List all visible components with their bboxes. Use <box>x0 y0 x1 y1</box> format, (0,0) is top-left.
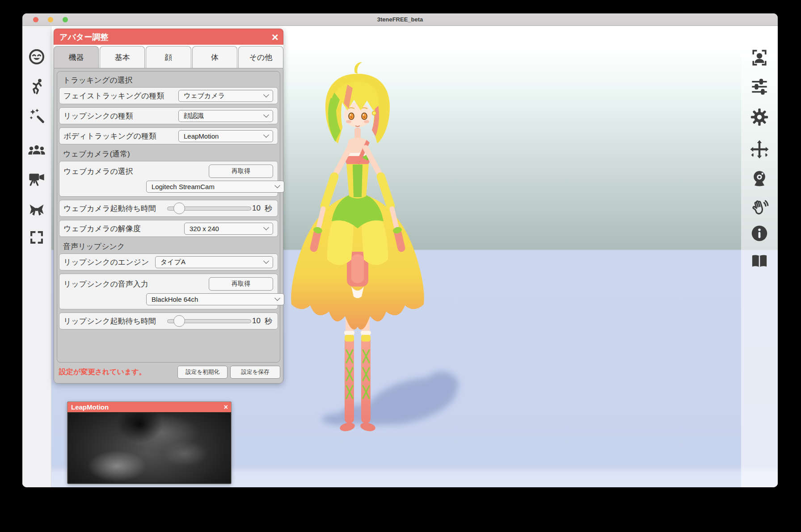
webcam-icon <box>750 169 769 188</box>
webcam-wait-unit: 秒 <box>265 203 272 214</box>
minimize-window-button[interactable] <box>48 17 53 22</box>
toolbar-fullscreen-button[interactable] <box>26 227 47 248</box>
settings-save-button[interactable]: 設定を保存 <box>230 366 280 379</box>
row-webcam-select: ウェブカメラの選択 再取得 Logitech StreamCam <box>59 161 278 197</box>
toolbar-settings-button[interactable] <box>749 106 770 128</box>
settings-changed-message: 設定が変更されています。 <box>57 367 175 377</box>
webcam-device-select[interactable]: Logitech StreamCam <box>146 181 284 193</box>
zoom-window-button[interactable] <box>63 17 68 22</box>
lipsync-wait-slider[interactable] <box>167 319 251 323</box>
webcam-refresh-button[interactable]: 再取得 <box>209 165 273 178</box>
toolbar-camera-button[interactable] <box>26 168 47 189</box>
toolbar-hand-tracking-button[interactable] <box>749 197 770 219</box>
audio-input-device-value: BlackHole 64ch <box>152 296 198 303</box>
dialog-footer: 設定が変更されています。 設定を初期化 設定を保存 <box>57 363 280 380</box>
settings-reset-button[interactable]: 設定を初期化 <box>177 366 228 379</box>
toolbar-webcam-button[interactable] <box>749 168 770 189</box>
toolbar-adjust-button[interactable] <box>749 76 770 97</box>
lipsync-type-select[interactable]: 顔認識 <box>178 110 273 122</box>
lipsync-wait-label: リップシンク起動待ち時間 <box>63 316 167 326</box>
row-face-tracking-type: フェイストラッキングの種類 ウェブカメラ <box>59 87 278 104</box>
toolbar-face-tracking-button[interactable] <box>749 47 770 68</box>
toolbar-move-button[interactable] <box>749 139 770 160</box>
toolbar-info-button[interactable] <box>749 223 770 244</box>
settings-gear-icon <box>749 107 770 127</box>
webcam-wait-label: ウェブカメラ起動待ち時間 <box>63 203 167 214</box>
dialog-tabs: 機器 基本 顔 体 その他 <box>54 45 283 68</box>
tab-face[interactable]: 顔 <box>146 46 191 68</box>
webcam-resolution-select[interactable]: 320 x 240 <box>184 223 273 235</box>
move-arrows-icon <box>750 139 769 159</box>
toolbar-accessory-button[interactable] <box>26 199 47 220</box>
row-webcam-resolution: ウェブカメラの解像度 320 x 240 <box>59 220 278 237</box>
lipsync-wait-value: 10 <box>252 317 261 325</box>
tab-body[interactable]: 体 <box>192 46 237 68</box>
audio-input-device-select[interactable]: BlackHole 64ch <box>146 293 284 305</box>
section-webcam-normal: ウェブカメラ(通常) <box>59 148 278 161</box>
adjust-sliders-icon <box>750 77 769 96</box>
toolbar-manual-button[interactable] <box>749 251 770 272</box>
device-settings-group: トラッキングの選択 フェイストラッキングの種類 ウェブカメラ リップシンクの種類 <box>57 71 280 363</box>
row-lipsync-audio-input: リップシンクの音声入力 再取得 BlackHole 64ch <box>59 274 278 309</box>
row-lipsync-type: リップシンクの種類 顔認識 <box>59 107 278 124</box>
chevron-down-icon <box>263 112 269 118</box>
info-icon <box>750 224 769 243</box>
leapmotion-header: LeapMotion × <box>67 402 231 412</box>
lipsync-wait-unit: 秒 <box>265 316 272 326</box>
slider-knob[interactable] <box>173 203 185 214</box>
chevron-down-icon <box>274 295 280 301</box>
row-body-tracking-type: ボディトラッキングの種類 LeapMotion <box>59 127 278 144</box>
left-toolbar <box>22 26 51 487</box>
row-webcam-wait-time: ウェブカメラ起動待ち時間 10 秒 <box>59 200 278 217</box>
row-lipsync-wait-time: リップシンク起動待ち時間 10 秒 <box>59 312 278 329</box>
section-audio-lipsync: 音声リップシンク <box>59 240 278 253</box>
tab-other[interactable]: その他 <box>238 46 283 68</box>
tab-label: その他 <box>249 52 273 63</box>
toolbar-motion-button[interactable] <box>26 76 47 97</box>
leapmotion-window: LeapMotion × <box>67 401 232 484</box>
screenshot-stage: 3teneFREE_beta <box>0 0 801 532</box>
toolbar-avatars-button[interactable] <box>26 140 47 161</box>
lipsync-type-value: 顔認識 <box>184 112 204 120</box>
leapmotion-close-icon[interactable]: × <box>224 403 228 411</box>
dialog-panel: トラッキングの選択 フェイストラッキングの種類 ウェブカメラ リップシンクの種類 <box>54 68 283 384</box>
tab-device[interactable]: 機器 <box>54 46 99 68</box>
webcam-wait-slider[interactable] <box>167 207 251 211</box>
face-tracking-icon <box>750 48 769 68</box>
tab-basic[interactable]: 基本 <box>100 46 145 68</box>
leapmotion-ir-video <box>68 413 230 483</box>
lipsync-engine-label: リップシンクのエンジン <box>63 257 155 267</box>
video-camera-icon <box>27 169 46 188</box>
toolbar-effects-button[interactable] <box>26 105 47 127</box>
app-window: 3teneFREE_beta <box>22 13 778 487</box>
smiley-face-icon <box>28 48 46 66</box>
webcam-resolution-label: ウェブカメラの解像度 <box>63 224 184 234</box>
chevron-down-icon <box>263 132 269 138</box>
body-tracking-type-select[interactable]: LeapMotion <box>178 130 273 142</box>
tab-label: 基本 <box>115 52 130 63</box>
webcam-wait-value: 10 <box>252 204 261 213</box>
tab-label: 体 <box>211 52 219 63</box>
chevron-down-icon <box>263 224 269 230</box>
dialog-header: アバター調整 × <box>54 29 283 45</box>
audio-input-refresh-button[interactable]: 再取得 <box>209 277 273 291</box>
dancing-person-icon <box>28 78 45 95</box>
magic-wand-icon <box>28 107 45 124</box>
title-bar: 3teneFREE_beta <box>22 13 778 26</box>
people-group-icon <box>27 141 46 160</box>
lipsync-audio-input-label: リップシンクの音声入力 <box>63 279 209 289</box>
face-tracking-type-label: フェイストラッキングの種類 <box>63 91 178 101</box>
lipsync-engine-value: タイプA <box>160 258 185 266</box>
hand-wave-icon <box>750 198 769 218</box>
close-window-button[interactable] <box>33 17 38 22</box>
slider-knob[interactable] <box>173 315 185 327</box>
face-tracking-type-select[interactable]: ウェブカメラ <box>178 90 273 102</box>
section-tracking-select: トラッキングの選択 <box>59 74 278 87</box>
toolbar-expression-button[interactable] <box>26 46 47 68</box>
traffic-lights <box>33 13 68 26</box>
right-toolbar <box>741 26 778 487</box>
tab-label: 顔 <box>165 52 173 63</box>
chevron-down-icon <box>263 92 269 97</box>
dialog-close-icon[interactable]: × <box>272 31 278 43</box>
lipsync-engine-select[interactable]: タイプA <box>155 256 273 268</box>
